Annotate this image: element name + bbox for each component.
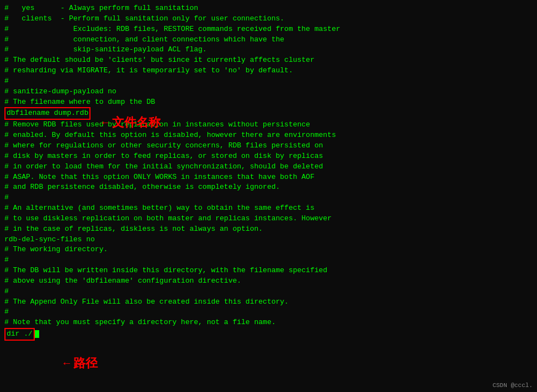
filename-arrow: ← [102,116,109,129]
terminal-line-l5: # skip-sanitize-payload ACL flag. [4,45,533,55]
highlighted-text-l35: dir ./ [4,328,35,341]
terminal-line-l23: # to use diskless replication on both ma… [4,214,533,224]
terminal-line-l19: # ASAP. Note that this option ONLY WORKS… [4,172,533,183]
terminal-line-l6: # The default should be 'clients' but si… [4,55,533,66]
terminal-line-l24: # in the case of replicas, diskless is n… [4,224,533,235]
filename-annotation: ← 文件名称 [102,114,161,131]
path-arrow: ← [63,357,70,370]
terminal-line-l27: # The working directory. [4,245,533,255]
terminal-line-l33: # [4,307,533,317]
watermark: CSDN @cccl. [492,382,533,389]
terminal-line-l12: dbfilename dump.rdb [4,107,533,120]
terminal-line-l2: # clients - Perform full sanitation only… [4,14,533,24]
terminal-line-l14: # Remove RDB files used by replication i… [4,120,533,130]
filename-label: 文件名称 [112,114,161,131]
terminal-line-l9: # sanitize-dump-payload no [4,87,533,97]
terminal-line-l25: rdb-del-sync-files no [4,235,533,245]
terminal: # yes - Always perform full sanitation# … [0,0,537,392]
terminal-line-l11: # The filename where to dump the DB [4,97,533,108]
terminal-line-l16: # where for regulations or other securit… [4,141,533,151]
path-label: 路径 [73,355,98,372]
terminal-line-l35: dir ./ [4,328,533,341]
terminal-line-l3: # Excludes: RDB files, RESTORE commands … [4,24,533,35]
terminal-line-l21: # [4,193,533,203]
terminal-line-l31: # [4,287,533,297]
terminal-line-l20: # and RDB persistence disabled, otherwis… [4,182,533,193]
path-annotation: ← 路径 [63,355,98,372]
terminal-line-l22: # An alternative (and sometimes better) … [4,203,533,214]
terminal-line-l15: # enabled. By default this option is dis… [4,130,533,141]
terminal-line-l28: # [4,255,533,266]
terminal-line-l30: # above using the 'dbfilename' configura… [4,276,533,287]
terminal-line-l7: # resharding via MIGRATE, it is temporar… [4,66,533,76]
terminal-line-l17: # disk by masters in order to feed repli… [4,151,533,162]
terminal-line-l4: # connection, and client connections whi… [4,35,533,45]
terminal-line-l29: # The DB will be written inside this dir… [4,266,533,276]
highlighted-text-l12: dbfilename dump.rdb [4,107,91,120]
terminal-line-l32: # The Append Only File will also be crea… [4,297,533,308]
terminal-cursor [35,330,39,338]
terminal-line-l1: # yes - Always perform full sanitation [4,3,533,14]
terminal-line-l34: # Note that you must specify a directory… [4,317,533,328]
terminal-line-l8: # [4,76,533,87]
terminal-line-l18: # in order to load them for the initial … [4,162,533,172]
